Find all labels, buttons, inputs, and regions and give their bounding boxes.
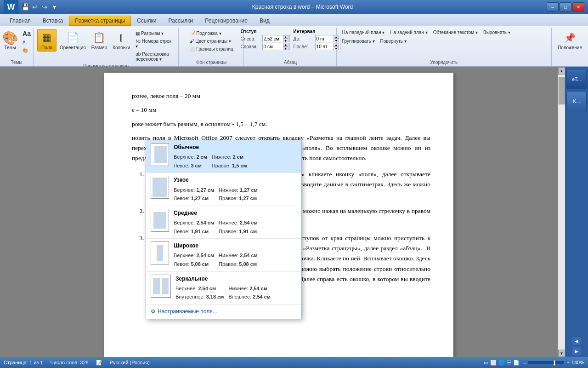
scroll-track[interactable]: [558, 75, 565, 350]
line-numbers-dropdown[interactable]: № Номера строк ▾: [134, 38, 175, 50]
page-background-group: 📝 Подложка ▾ 🖌 Цвет страницы ▾ ⬜ Границы…: [180, 28, 244, 66]
custom-margins-link[interactable]: ⚙ Настраиваемые поля...: [146, 305, 301, 319]
arrange-content: На передний план ▾ На задний план ▾ Обте…: [340, 29, 548, 59]
view-web-icon[interactable]: 🌐: [498, 360, 505, 366]
tab-review[interactable]: Рецензирование: [199, 16, 254, 26]
hyphenation-dropdown[interactable]: ab Расстановка переносов ▾: [134, 51, 175, 63]
spell-check-icon: 📝: [96, 360, 102, 366]
columns-icon: ⫿: [114, 30, 129, 45]
rotate-button[interactable]: Повернуть ▾: [379, 38, 408, 45]
title-bar: W 💾 ↩ ↪ ▾ Красная строка в word – Micros…: [0, 0, 588, 14]
margin-moderate-preview: [151, 209, 169, 232]
indent-label: Отступ: [241, 29, 290, 34]
word-app-icon: W: [4, 0, 18, 14]
margin-moderate-item[interactable]: Среднее Верхнее: 2,54 см Левое: 1,91 см …: [146, 206, 301, 239]
window-title: Красная строка в word – Microsoft Word: [58, 4, 547, 10]
right-sidebar: eT... K... ◀ ▶: [565, 67, 588, 357]
group-button[interactable]: Группировать ▾: [340, 38, 377, 45]
indent-left-input[interactable]: 2,52 см ▲▼: [262, 35, 290, 42]
arrange-label: Упорядочить: [430, 60, 458, 65]
margin-narrow-preview: [151, 176, 169, 199]
sidebar-item-1[interactable]: eT...: [566, 69, 587, 89]
vertical-scrollbar[interactable]: ▲ ▼: [558, 67, 565, 357]
margin-wide-detail: Верхнее: 2,54 см Левое: 5,08 см Нижнее: …: [174, 252, 297, 268]
sidebar-collapse-right[interactable]: ▶: [572, 347, 581, 355]
orientation-icon: 📄: [65, 30, 80, 45]
margin-mirrored-name: Зеркальное: [175, 275, 297, 283]
margin-narrow-item[interactable]: Узкое Верхнее: 1,27 см Левое: 1,27 см Ни…: [146, 173, 301, 206]
margin-wide-item[interactable]: Широкое Верхнее: 2,54 см Левое: 5,08 см …: [146, 239, 301, 271]
margin-mirrored-item[interactable]: Зеркальное Верхнее: 2,54 см Внутреннее: …: [146, 272, 301, 305]
indent-left-down[interactable]: ▼: [283, 39, 288, 42]
margin-normal-detail: Верхнее: 2 см Левое: 3 см Нижнее: 2 см П…: [174, 153, 297, 170]
send-back-button[interactable]: На задний план ▾: [388, 29, 429, 36]
zoom-in-button[interactable]: +: [566, 360, 569, 365]
close-button[interactable]: ✕: [572, 2, 584, 12]
tab-view[interactable]: Вид: [254, 16, 276, 26]
scroll-thumb[interactable]: [559, 77, 565, 104]
position-group: 📌 Положение: [551, 28, 588, 66]
themes-button[interactable]: 🎨 Темы: [0, 29, 20, 52]
save-qa-button[interactable]: 💾: [21, 3, 29, 11]
indent-right-input[interactable]: 0 см ▲▼: [262, 43, 290, 50]
undo-qa-button[interactable]: ↩: [31, 3, 39, 11]
indent-right-up[interactable]: ▲: [283, 43, 288, 46]
bring-front-button[interactable]: На передний план ▾: [340, 29, 387, 36]
status-bar: Страница: 1 из 1 Число слов: 328 📝 Русск…: [0, 357, 588, 368]
word-count: Число слов: 328: [51, 360, 89, 365]
spacing-label: Интервал: [294, 29, 340, 34]
fields-button[interactable]: ▦ Поля: [37, 29, 57, 52]
size-button[interactable]: 📋 Размер: [89, 29, 109, 52]
paragraph-label: Абзац: [284, 60, 297, 65]
fields-dropdown-menu: Обычное Верхнее: 2 см Левое: 3 см Нижнее…: [146, 140, 302, 319]
doc-para-3: роке может быть разным, в основном - 1,5…: [132, 119, 430, 129]
watermark-dropdown[interactable]: 📝 Подложка ▾: [188, 30, 223, 37]
document-scroll-area[interactable]: Обычное Верхнее: 2 см Левое: 3 см Нижнее…: [0, 67, 558, 357]
margin-narrow-detail: Верхнее: 1,27 см Левое: 1,27 см Нижнее: …: [174, 186, 297, 203]
tab-references[interactable]: Ссылки: [131, 16, 162, 26]
theme-aa-button[interactable]: Aa: [21, 29, 33, 38]
ribbon-tabs: Главная Вставка Разметка страницы Ссылки…: [0, 14, 588, 26]
themes-group-content: 🎨 Темы Aa A 🎨: [0, 29, 33, 59]
view-normal-icon[interactable]: ▭: [484, 360, 488, 366]
align-button[interactable]: Выровнять ▾: [481, 29, 512, 36]
position-button[interactable]: 📌 Положение: [555, 29, 584, 52]
breaks-dropdown[interactable]: ▦ Разрывы ▾: [134, 30, 175, 37]
zoom-thumb[interactable]: [554, 360, 555, 366]
text-wrap-button[interactable]: Обтекание текстом ▾: [431, 29, 480, 36]
qa-dropdown-button[interactable]: ▾: [50, 3, 58, 11]
minimize-button[interactable]: –: [547, 2, 559, 12]
sidebar-collapse-left[interactable]: ◀: [572, 337, 581, 345]
margin-normal-preview: [151, 143, 169, 166]
orientation-button[interactable]: 📄 Ориентация: [57, 29, 88, 52]
zoom-slider[interactable]: [528, 361, 565, 364]
sidebar-item-2[interactable]: K...: [566, 91, 587, 111]
view-reader-icon[interactable]: ⬜: [490, 360, 497, 366]
columns-button[interactable]: ⫿ Колонки: [110, 29, 132, 52]
maximize-button[interactable]: □: [560, 2, 571, 12]
tab-insert[interactable]: Вставка: [37, 16, 69, 26]
tab-page-layout[interactable]: Разметка страницы: [69, 16, 131, 26]
indent-left-up[interactable]: ▲: [283, 35, 288, 39]
tab-home[interactable]: Главная: [4, 16, 37, 26]
view-draft-icon[interactable]: 📄: [513, 360, 520, 366]
spacing-before-input[interactable]: 0 пт ▲▼: [315, 35, 340, 42]
view-outline-icon[interactable]: ☰: [507, 360, 511, 366]
scroll-up-button[interactable]: ▲: [558, 67, 565, 75]
zoom-out-button[interactable]: –: [523, 360, 526, 365]
theme-fonts-button[interactable]: A: [21, 39, 33, 46]
language-info: Русский (Россия): [110, 360, 150, 365]
page-borders-button[interactable]: ⬜ Границы страниц: [188, 46, 235, 52]
fields-icon: ▦: [40, 30, 54, 45]
tab-mailings[interactable]: Рассылки: [162, 16, 199, 26]
margin-normal-item[interactable]: Обычное Верхнее: 2 см Левое: 3 см Нижнее…: [146, 140, 301, 173]
theme-colors-button[interactable]: 🎨: [21, 47, 33, 54]
spacing-after-input[interactable]: 10 пт ▲▼: [315, 43, 340, 50]
themes-icon: 🎨: [3, 30, 17, 45]
scroll-down-button[interactable]: ▼: [558, 350, 565, 357]
redo-qa-button[interactable]: ↪: [40, 3, 49, 11]
indent-right-down[interactable]: ▼: [283, 46, 288, 50]
margin-wide-name: Широкое: [174, 242, 297, 250]
page-color-dropdown[interactable]: 🖌 Цвет страницы ▾: [188, 38, 233, 45]
arrange-group: На передний план ▾ На задний план ▾ Обте…: [338, 28, 551, 66]
